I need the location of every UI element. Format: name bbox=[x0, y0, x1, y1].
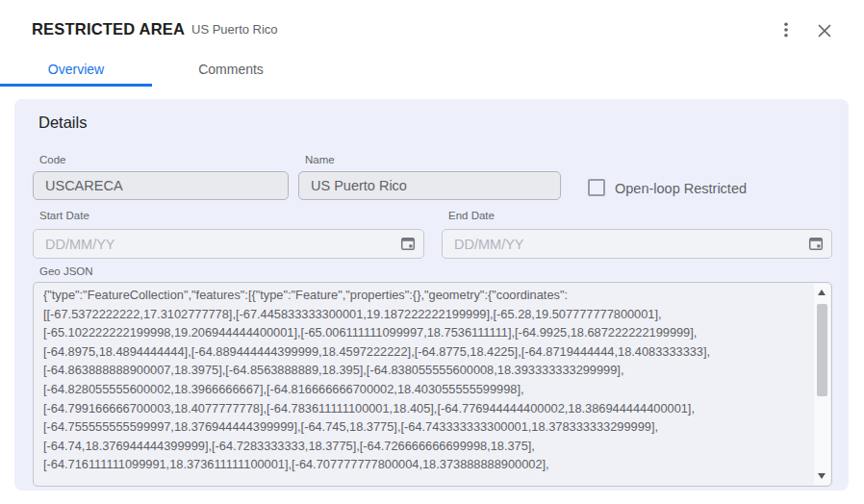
scrollbar[interactable] bbox=[814, 284, 830, 485]
tab-comments[interactable]: Comments bbox=[152, 54, 310, 85]
end-date-field[interactable] bbox=[442, 229, 832, 259]
close-icon bbox=[817, 23, 832, 38]
name-field[interactable] bbox=[298, 171, 561, 200]
geo-json-label: Geo JSON bbox=[39, 265, 93, 277]
scrollbar-down-arrow-icon[interactable] bbox=[818, 473, 826, 479]
name-label: Name bbox=[305, 154, 335, 165]
details-card: Details Code Name Open-loop Restricted S… bbox=[14, 99, 849, 491]
scrollbar-thumb[interactable] bbox=[817, 304, 827, 396]
end-date-wrapper bbox=[442, 229, 832, 259]
active-tab-indicator bbox=[0, 84, 152, 87]
scrollbar-up-arrow-icon[interactable] bbox=[818, 290, 826, 295]
start-date-label: Start Date bbox=[39, 210, 89, 221]
start-date-wrapper bbox=[33, 229, 424, 259]
start-date-field[interactable] bbox=[33, 229, 424, 259]
close-button[interactable] bbox=[813, 19, 836, 42]
open-loop-restricted-label: Open-loop Restricted bbox=[615, 181, 747, 196]
calendar-icon[interactable] bbox=[808, 236, 824, 251]
page-subtitle: US Puerto Rico bbox=[191, 22, 278, 37]
page-title: RESTRICTED AREA bbox=[32, 20, 185, 38]
code-label: Code bbox=[39, 154, 66, 165]
geo-json-textarea[interactable]: {"type":"FeatureCollection","features":[… bbox=[33, 282, 832, 487]
end-date-label: End Date bbox=[448, 210, 495, 221]
open-loop-restricted-checkbox[interactable] bbox=[588, 179, 605, 196]
code-field[interactable] bbox=[33, 171, 289, 200]
calendar-icon[interactable] bbox=[400, 236, 416, 251]
tab-overview[interactable]: Overview bbox=[0, 54, 152, 85]
kebab-menu-icon bbox=[778, 21, 794, 38]
section-title: Details bbox=[38, 113, 87, 132]
kebab-menu-button[interactable] bbox=[775, 19, 797, 40]
geo-json-content: {"type":"FeatureCollection","features":[… bbox=[43, 286, 813, 484]
